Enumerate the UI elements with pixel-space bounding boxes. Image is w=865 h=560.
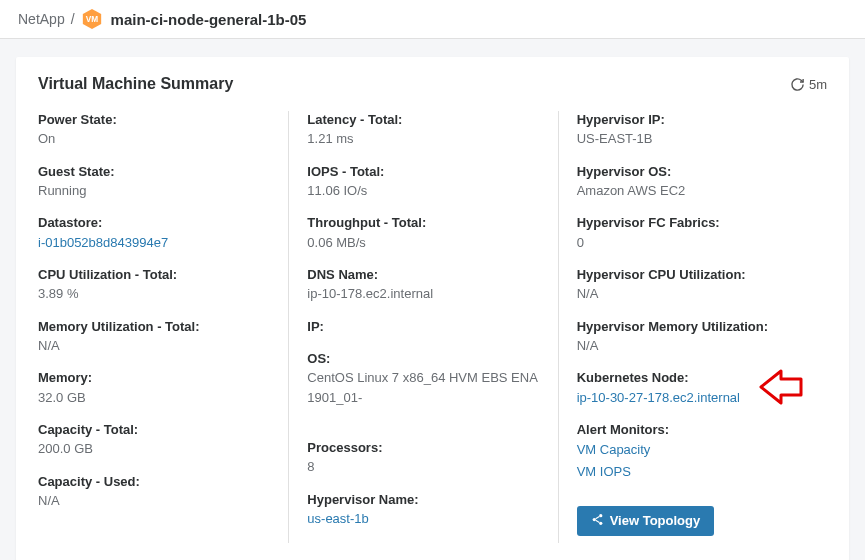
datastore-link[interactable]: i-01b052b8d843994e7 (38, 233, 270, 253)
refresh-icon (790, 77, 805, 92)
hv-ip-value: US-EAST-1B (577, 129, 809, 149)
guest-state-value: Running (38, 181, 270, 201)
refresh-control[interactable]: 5m (790, 77, 827, 92)
breadcrumb-separator: / (71, 11, 75, 27)
alert-monitors-label: Alert Monitors: (577, 421, 809, 439)
os-label: OS: (307, 350, 539, 368)
mem-util-value: N/A (38, 336, 270, 356)
k8s-node-link[interactable]: ip-10-30-27-178.ec2.internal (577, 388, 809, 408)
throughput-label: Throughput - Total: (307, 214, 539, 232)
svg-text:VM: VM (85, 15, 98, 24)
power-state-value: On (38, 129, 270, 149)
power-state-label: Power State: (38, 111, 270, 129)
summary-col-1: Power State:On Guest State:Running Datas… (38, 111, 288, 543)
card-title: Virtual Machine Summary (38, 75, 233, 93)
view-topology-button[interactable]: View Topology (577, 506, 715, 536)
hv-cpu-value: N/A (577, 284, 809, 304)
hv-ip-label: Hypervisor IP: (577, 111, 809, 129)
cpu-util-value: 3.89 % (38, 284, 270, 304)
datastore-label: Datastore: (38, 214, 270, 232)
hv-mem-label: Hypervisor Memory Utilization: (577, 318, 809, 336)
memory-label: Memory: (38, 369, 270, 387)
svg-point-4 (599, 521, 602, 524)
os-value: CentOS Linux 7 x86_64 HVM EBS ENA 1901_0… (307, 368, 539, 407)
latency-label: Latency - Total: (307, 111, 539, 129)
breadcrumb-parent[interactable]: NetApp (18, 11, 65, 27)
ip-label: IP: (307, 318, 539, 336)
hv-mem-value: N/A (577, 336, 809, 356)
alert-link-vm-iops[interactable]: VM IOPS (577, 461, 809, 483)
summary-card: Virtual Machine Summary 5m Power State:O… (16, 57, 849, 560)
summary-col-2: Latency - Total:1.21 ms IOPS - Total:11.… (288, 111, 557, 543)
iops-label: IOPS - Total: (307, 163, 539, 181)
summary-col-3: Hypervisor IP:US-EAST-1B Hypervisor OS:A… (558, 111, 827, 543)
capacity-used-label: Capacity - Used: (38, 473, 270, 491)
vm-icon: VM (81, 8, 103, 30)
latency-value: 1.21 ms (307, 129, 539, 149)
hypervisor-name-link[interactable]: us-east-1b (307, 509, 539, 529)
hv-fc-label: Hypervisor FC Fabrics: (577, 214, 809, 232)
breadcrumb-bar: NetApp / VM main-ci-node-general-1b-05 (0, 0, 865, 39)
dns-name-value: ip-10-178.ec2.internal (307, 284, 539, 304)
iops-value: 11.06 IO/s (307, 181, 539, 201)
throughput-value: 0.06 MB/s (307, 233, 539, 253)
refresh-interval: 5m (809, 77, 827, 92)
processors-label: Processors: (307, 439, 539, 457)
hv-fc-value: 0 (577, 233, 809, 253)
capacity-used-value: N/A (38, 491, 270, 511)
svg-point-2 (599, 514, 602, 517)
memory-value: 32.0 GB (38, 388, 270, 408)
mem-util-label: Memory Utilization - Total: (38, 318, 270, 336)
capacity-total-value: 200.0 GB (38, 439, 270, 459)
hv-os-value: Amazon AWS EC2 (577, 181, 809, 201)
svg-point-3 (592, 517, 595, 520)
page-title: main-ci-node-general-1b-05 (111, 11, 307, 28)
dns-name-label: DNS Name: (307, 266, 539, 284)
capacity-total-label: Capacity - Total: (38, 421, 270, 439)
share-icon (591, 513, 604, 529)
view-topology-label: View Topology (610, 513, 701, 528)
hv-os-label: Hypervisor OS: (577, 163, 809, 181)
cpu-util-label: CPU Utilization - Total: (38, 266, 270, 284)
alert-link-vm-capacity[interactable]: VM Capacity (577, 439, 809, 461)
guest-state-label: Guest State: (38, 163, 270, 181)
k8s-node-label: Kubernetes Node: (577, 369, 809, 387)
processors-value: 8 (307, 457, 539, 477)
hv-cpu-label: Hypervisor CPU Utilization: (577, 266, 809, 284)
hypervisor-name-label: Hypervisor Name: (307, 491, 539, 509)
